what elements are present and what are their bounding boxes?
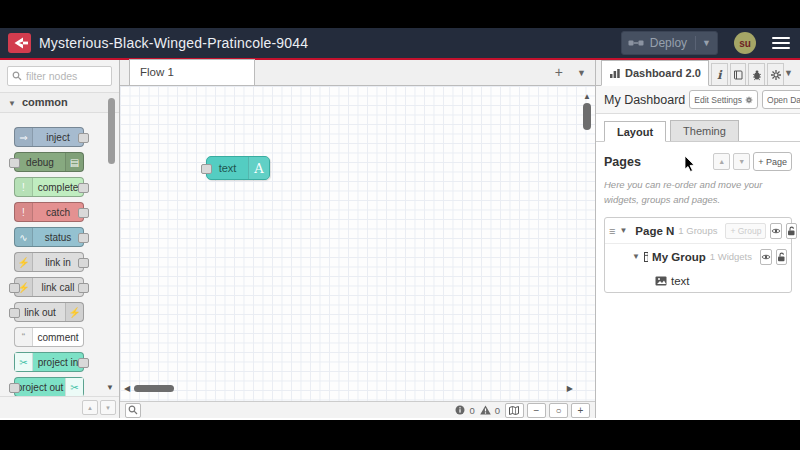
tab-debug[interactable] [748, 63, 765, 85]
flow-node-label: text [207, 157, 248, 179]
info-icon: i [717, 68, 722, 82]
palette-node-project-out[interactable]: ✂project out [14, 377, 84, 397]
page-lock-button[interactable] [786, 223, 797, 239]
chevron-down-icon[interactable]: ▼ [619, 226, 627, 235]
tab-dashboard-2[interactable]: Dashboard 2.0 [601, 60, 709, 86]
page-name: Page N [635, 225, 674, 237]
user-avatar[interactable]: su [734, 32, 756, 54]
tab-config[interactable] [767, 63, 784, 85]
zoom-reset-button[interactable]: ○ [549, 403, 568, 418]
canvas-vscrollbar-thumb[interactable] [583, 103, 591, 130]
link-out-icon: ⚡ [65, 303, 83, 321]
palette-node-link-in[interactable]: ⚡link in [14, 252, 84, 272]
palette-node-inject[interactable]: ⇒inject [14, 127, 84, 147]
search-icon [12, 71, 22, 81]
chevron-down-icon: ▼ [8, 99, 16, 108]
palette-node-label: link in [33, 253, 83, 271]
tab-flow-1[interactable]: Flow 1 [129, 59, 255, 85]
deploy-label: Deploy [650, 36, 687, 50]
drag-handle-icon[interactable]: ≡ [609, 225, 615, 237]
project-in-icon: ✂ [15, 353, 33, 371]
link-in-icon: ⚡ [15, 253, 33, 271]
tab-help[interactable] [730, 63, 747, 85]
pages-description: Here you can re-order and move your widg… [604, 178, 792, 207]
warning-count-icon [480, 405, 491, 415]
palette-node-status[interactable]: ∿status [14, 227, 84, 247]
node-output-port [78, 133, 89, 143]
palette-expand-all-button[interactable]: ▼ [100, 400, 116, 415]
palette-node-project-in[interactable]: ✂project in [14, 352, 84, 372]
add-group-button[interactable]: + Group [725, 223, 766, 239]
sidebar-tabbar: Dashboard 2.0 i ▼ [596, 60, 800, 86]
deploy-button[interactable]: Deploy ▼ [621, 31, 718, 55]
unlock-icon [787, 226, 796, 236]
page-visibility-button[interactable] [770, 223, 782, 239]
node-output-port [78, 183, 89, 193]
group-name: My Group [652, 251, 706, 263]
palette-footer: ▲ ▼ [0, 396, 119, 418]
canvas-hscrollbar-thumb[interactable] [134, 385, 174, 392]
eye-icon [771, 227, 781, 235]
node-output-port [78, 208, 89, 218]
workspace: Flow 1 + ▼ text A ▲ ◀ ▶ [120, 60, 595, 418]
zoom-out-button[interactable]: − [527, 403, 546, 418]
edit-settings-button[interactable]: Edit Settings [689, 90, 758, 109]
canvas-scroll-left-icon[interactable]: ◀ [124, 384, 130, 393]
tab-layout[interactable]: Layout [604, 121, 666, 142]
node-palette: ▼common ⇒inject▤debug!complete!catch∿sta… [0, 60, 120, 418]
error-count: 0 [469, 405, 474, 416]
palette-node-comment[interactable]: “comment [14, 327, 84, 347]
move-page-up-button[interactable]: ▲ [713, 153, 730, 170]
open-dashboard-button[interactable]: Open Dashboard [762, 90, 800, 109]
map-icon [509, 406, 520, 415]
zoom-in-button[interactable]: + [571, 403, 590, 418]
palette-node-link-call[interactable]: ⚡link call [14, 277, 84, 297]
error-count-icon [455, 405, 465, 415]
tree-row-widget-text[interactable]: text [605, 269, 791, 292]
search-icon [128, 405, 138, 415]
deploy-icon [628, 38, 644, 48]
main-area: ▼common ⇒inject▤debug!complete!catch∿sta… [0, 60, 800, 418]
add-page-button[interactable]: + Page [753, 152, 792, 171]
move-page-down-button[interactable]: ▼ [733, 153, 750, 170]
palette-scrollbar-thumb[interactable] [108, 98, 115, 164]
pages-title: Pages [604, 155, 710, 169]
dashboard-title: My Dashboard [604, 93, 685, 107]
tab-info[interactable]: i [711, 63, 728, 85]
tree-row-group[interactable]: ▼ My Group 1 Widgets [605, 244, 791, 269]
canvas-scroll-right-icon[interactable]: ▶ [567, 384, 573, 393]
open-dashboard-label: Open Dashboard [767, 95, 800, 105]
group-lock-button[interactable] [776, 249, 787, 265]
node-input-port [9, 383, 20, 393]
toggle-navigator-button[interactable] [505, 403, 524, 418]
tab-theming[interactable]: Theming [670, 120, 739, 141]
node-input-port[interactable] [201, 164, 212, 174]
palette-collapse-all-button[interactable]: ▲ [82, 400, 98, 415]
node-input-port [9, 283, 20, 293]
status-icon: ∿ [15, 228, 33, 246]
bug-icon [751, 69, 763, 81]
eye-icon [761, 253, 771, 261]
palette-scroll-down-icon[interactable]: ▼ [106, 383, 114, 392]
deploy-options-caret-icon[interactable]: ▼ [702, 38, 711, 48]
main-menu-button[interactable] [772, 37, 790, 50]
group-visibility-button[interactable] [760, 249, 772, 265]
filter-nodes-input[interactable] [7, 66, 112, 86]
canvas-search-button[interactable] [125, 403, 141, 418]
palette-node-debug[interactable]: ▤debug [14, 152, 84, 172]
tree-row-page[interactable]: ≡ ▼ Page N 1 Groups + Group [605, 218, 791, 244]
palette-node-catch[interactable]: !catch [14, 202, 84, 222]
sidebar-tabs-caret-icon[interactable]: ▼ [784, 68, 793, 78]
palette-node-label: complete [33, 178, 83, 196]
flow-node-text[interactable]: text A [206, 156, 270, 180]
palette-node-complete[interactable]: !complete [14, 177, 84, 197]
complete-icon: ! [15, 178, 33, 196]
flow-list-caret-icon[interactable]: ▼ [577, 68, 586, 78]
palette-node-link-out[interactable]: ⚡link out [14, 302, 84, 322]
flow-canvas[interactable]: text A ▲ ◀ ▶ [120, 86, 595, 401]
chevron-down-icon[interactable]: ▼ [632, 252, 640, 261]
add-flow-button[interactable]: + [555, 65, 563, 79]
canvas-scroll-up-icon[interactable]: ▲ [583, 92, 591, 101]
palette-category-common[interactable]: ▼common [0, 92, 119, 113]
pages-header: Pages ▲ ▼ + Page [604, 152, 792, 171]
